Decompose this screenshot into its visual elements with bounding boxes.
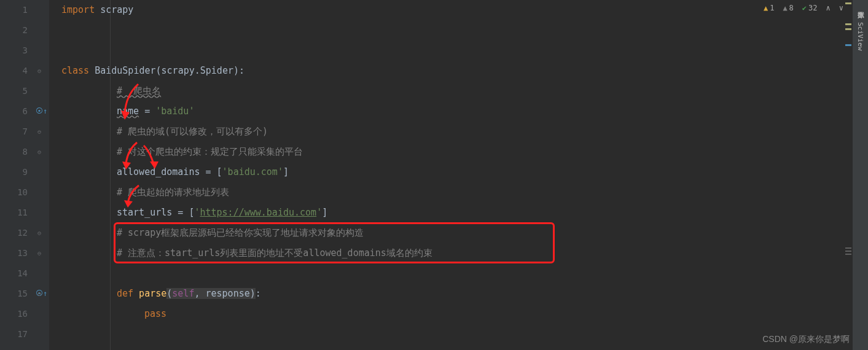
code-content[interactable]: import scrapy class BaiduSpider(scrapy.S… bbox=[49, 0, 868, 350]
string-literal: 'baidu' bbox=[155, 106, 194, 117]
code-line-17[interactable] bbox=[49, 324, 868, 344]
keyword-class: class bbox=[61, 65, 89, 76]
fold-close-icon[interactable]: ⊖ bbox=[37, 243, 41, 263]
bracket: ] bbox=[283, 166, 289, 177]
line-number[interactable]: 1 bbox=[0, 0, 28, 20]
fold-open-icon[interactable]: ⊖ bbox=[37, 61, 41, 81]
line-number[interactable]: 8 bbox=[0, 142, 28, 162]
var-assign: allowed_domains = [ bbox=[117, 166, 222, 177]
warning-triangle-icon: ▲ bbox=[764, 4, 768, 12]
fold-close-icon[interactable]: ⊖ bbox=[37, 142, 41, 162]
code-line-2[interactable] bbox=[49, 20, 868, 41]
line-number[interactable]: 14 bbox=[0, 263, 28, 284]
fold-open-icon[interactable]: ⊖ bbox=[37, 122, 41, 142]
param: , response bbox=[194, 288, 249, 299]
class-definition: BaiduSpider(scrapy.Spider): bbox=[89, 65, 244, 76]
csdn-watermark: CSDN @原来你是梦啊 bbox=[762, 334, 850, 345]
code-line-15[interactable]: def parse(self, response): bbox=[49, 284, 868, 304]
paren: ) bbox=[250, 288, 256, 299]
code-line-11[interactable]: start_urls = ['https://www.baidu.com'] bbox=[49, 203, 868, 223]
function-name: parse bbox=[133, 288, 166, 299]
comment: # 爬虫起始的请求地址列表 bbox=[117, 187, 229, 198]
scrollbar-marker[interactable] bbox=[845, 254, 851, 255]
var-name: name bbox=[117, 106, 139, 117]
code-line-16[interactable]: pass bbox=[49, 304, 868, 324]
comment: # scrapy框架底层源码已经给你实现了地址请求对象的构造 bbox=[117, 227, 364, 238]
code-line-9[interactable]: allowed_domains = ['baidu.com'] bbox=[49, 162, 868, 182]
typo-count[interactable]: ✔32 bbox=[802, 4, 818, 12]
line-number[interactable]: 12 bbox=[0, 223, 28, 243]
line-number[interactable]: 5 bbox=[0, 81, 28, 101]
scrollbar-info-marker[interactable] bbox=[845, 44, 851, 46]
scrollbar-marker[interactable] bbox=[845, 251, 851, 252]
keyword-import: import bbox=[61, 4, 95, 15]
line-number[interactable]: 17 bbox=[0, 324, 28, 344]
right-tool-window-tabs: 数据库 SciView bbox=[853, 0, 868, 350]
code-line-3[interactable] bbox=[49, 41, 868, 61]
line-number[interactable]: 9 bbox=[0, 162, 28, 182]
comment: # 注意点：start_urls列表里面的地址不受allowed_domains… bbox=[117, 247, 432, 259]
line-number[interactable]: 16 bbox=[0, 304, 28, 324]
code-line-5[interactable]: # 爬虫名 bbox=[49, 81, 868, 101]
code-line-8[interactable]: # 对这个爬虫的约束：规定了只能采集的平台 bbox=[49, 142, 868, 162]
module-name: scrapy bbox=[95, 4, 133, 15]
bracket: ] bbox=[322, 207, 327, 218]
code-line-4[interactable]: class BaiduSpider(scrapy.Spider): bbox=[49, 61, 868, 81]
code-editor: 1 2 3 4 5 6 7 8 9 10 11 12 13 14 15 16 1… bbox=[0, 0, 868, 350]
keyword-def: def bbox=[117, 288, 133, 299]
chevron-up-icon[interactable]: ∧ bbox=[826, 4, 831, 12]
override-marker-icon[interactable]: ⦿↑ bbox=[36, 101, 47, 122]
scrollbar-warning-marker[interactable] bbox=[845, 28, 851, 30]
inspection-status-bar: ▲1 ▲8 ✔32 ∧ ∨ bbox=[764, 4, 843, 12]
var-assign: start_urls = [ bbox=[117, 207, 194, 218]
comment: # 对这个爬虫的约束：规定了只能采集的平台 bbox=[117, 146, 303, 157]
warning-count[interactable]: ▲1 bbox=[764, 4, 774, 12]
line-number[interactable]: 11 bbox=[0, 203, 28, 223]
code-line-1[interactable]: import scrapy bbox=[49, 0, 868, 20]
line-number[interactable]: 13 bbox=[0, 243, 28, 263]
keyword-pass: pass bbox=[144, 308, 166, 319]
paren: ( bbox=[166, 288, 172, 299]
line-number[interactable]: 6 bbox=[0, 101, 28, 122]
comment: # 爬虫名 bbox=[117, 85, 161, 96]
comment: # 爬虫的域(可以修改，可以有多个) bbox=[117, 126, 268, 137]
code-line-7[interactable]: # 爬虫的域(可以修改，可以有多个) bbox=[49, 122, 868, 142]
fold-gutter: ⊖ ⦿↑ ⊖ ⊖ ⊖ ⊖ ⦿↑ ⊖ bbox=[34, 0, 49, 350]
fold-open-icon[interactable]: ⊖ bbox=[37, 284, 41, 304]
sciview-tool-tab[interactable]: SciView bbox=[854, 16, 866, 56]
weak-warning-count[interactable]: ▲8 bbox=[783, 4, 793, 12]
code-line-14[interactable] bbox=[49, 263, 868, 284]
scrollbar-marker[interactable] bbox=[845, 247, 851, 249]
line-number[interactable]: 10 bbox=[0, 182, 28, 203]
weak-warning-triangle-icon: ▲ bbox=[783, 4, 787, 12]
code-line-13[interactable]: # 注意点：start_urls列表里面的地址不受allowed_domains… bbox=[49, 243, 868, 263]
line-number[interactable]: 2 bbox=[0, 20, 28, 41]
code-line-10[interactable]: # 爬虫起始的请求地址列表 bbox=[49, 182, 868, 203]
code-line-6[interactable]: name = 'baidu' bbox=[49, 101, 868, 122]
string-literal: 'baidu.com' bbox=[222, 166, 283, 177]
equals: = bbox=[139, 106, 155, 117]
quote: ' bbox=[316, 207, 322, 218]
fold-open-icon[interactable]: ⊖ bbox=[37, 223, 41, 243]
chevron-down-icon[interactable]: ∨ bbox=[839, 4, 843, 12]
scrollbar-warning-marker[interactable] bbox=[845, 2, 851, 4]
line-number[interactable]: 7 bbox=[0, 122, 28, 142]
line-number-gutter: 1 2 3 4 5 6 7 8 9 10 11 12 13 14 15 16 1… bbox=[0, 0, 34, 350]
self-param: self bbox=[172, 288, 194, 299]
database-tool-tab[interactable]: 数据库 bbox=[854, 0, 867, 12]
scrollbar-warning-marker[interactable] bbox=[845, 23, 851, 25]
line-number[interactable]: 4 bbox=[0, 61, 28, 81]
line-number[interactable]: 3 bbox=[0, 41, 28, 61]
url-link[interactable]: https://www.baidu.com bbox=[200, 207, 316, 218]
code-line-12[interactable]: # scrapy框架底层源码已经给你实现了地址请求对象的构造 bbox=[49, 223, 868, 243]
colon: : bbox=[256, 288, 261, 299]
line-number[interactable]: 15 bbox=[0, 284, 28, 304]
check-icon: ✔ bbox=[802, 4, 807, 12]
